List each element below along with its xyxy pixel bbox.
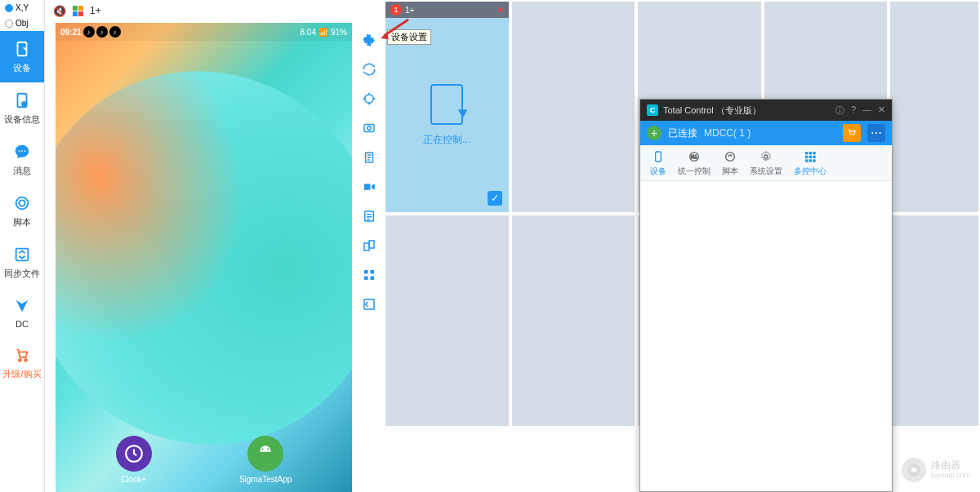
svg-point-6	[24, 150, 26, 152]
svg-point-5	[21, 150, 23, 152]
android-icon	[247, 436, 283, 472]
tc-minimize-button[interactable]: —	[862, 104, 871, 117]
tc-info-button[interactable]: ⓘ	[835, 104, 844, 117]
sidebar-sync-files-label: 同步文件	[4, 268, 40, 280]
app-clock[interactable]: Clock+	[116, 436, 152, 484]
device-icon	[12, 39, 32, 59]
status-right: 8.04 📶 91%	[301, 28, 347, 37]
wifi-icon: 📶	[318, 28, 328, 37]
sidebar-sync-files[interactable]: 同步文件	[0, 237, 44, 288]
tiktok-icon: ♪	[83, 26, 95, 38]
svg-rect-19	[364, 243, 369, 250]
svg-point-7	[16, 197, 29, 210]
tool-column	[357, 23, 381, 492]
svg-rect-37	[805, 159, 808, 162]
clock-icon	[116, 436, 152, 472]
record-button[interactable]	[360, 178, 378, 196]
cart-icon	[12, 345, 32, 365]
tiktok-icon: ♪	[109, 26, 121, 38]
coord-mode-xy[interactable]: X,Y	[0, 0, 44, 16]
screenshot-button[interactable]	[360, 119, 378, 137]
svg-text:i: i	[24, 102, 24, 107]
notes-button[interactable]	[360, 207, 378, 225]
svg-rect-24	[371, 277, 375, 281]
coord-mode-obj[interactable]: Obj	[0, 16, 44, 31]
apps-button[interactable]	[360, 266, 378, 284]
clipboard-button[interactable]	[360, 148, 378, 166]
sync-files-icon	[12, 245, 32, 264]
tc-tab-multi-control-label: 多控中心	[794, 166, 826, 177]
svg-point-4	[18, 150, 20, 152]
tc-device-group[interactable]: MDCC( 1 )	[704, 127, 751, 139]
expand-button[interactable]	[360, 295, 378, 313]
tc-tab-device[interactable]: 设备	[645, 148, 671, 179]
tc-help-button[interactable]: ?	[851, 104, 856, 117]
tc-body	[640, 181, 892, 491]
tc-connected-label: 已连接	[668, 126, 697, 140]
grid-cell-2[interactable]	[512, 2, 635, 212]
coord-obj-label: Obj	[16, 19, 29, 28]
watermark: 路由器 luyouqi.com	[902, 458, 970, 482]
svg-point-13	[267, 449, 269, 450]
cell-selected-check[interactable]: ✓	[488, 191, 502, 206]
svg-point-9	[19, 359, 21, 361]
battery-label: 91%	[331, 28, 347, 37]
phone-mirror[interactable]: 09:21 ♪ ♪ ♪ 8.04 📶 91% Clock+ SigmaTestA…	[56, 23, 352, 492]
sidebar-device-info-label: 设备信息	[4, 113, 40, 126]
grid-cell-7[interactable]	[512, 215, 635, 426]
grid-cell-6[interactable]	[385, 215, 509, 426]
cell-header: 1 1+ ✕	[385, 2, 509, 18]
sidebar-script[interactable]: 脚本	[0, 185, 44, 237]
sidebar-dc[interactable]: DC	[0, 288, 44, 337]
sidebar-upgrade-buy-label: 升级/购买	[2, 368, 41, 380]
sidebar-device[interactable]: 设备	[0, 31, 44, 82]
dc-icon	[12, 296, 32, 316]
status-time: 09:21	[60, 28, 82, 37]
device-icon	[651, 149, 666, 164]
tc-connect-bar: + 已连接 MDCC( 1 ) ⋯	[640, 121, 892, 145]
app-sigma-test[interactable]: SigmaTestApp	[239, 436, 292, 484]
svg-rect-20	[369, 241, 374, 248]
sidebar-device-info[interactable]: i 设备信息	[0, 82, 44, 134]
app-sigma-test-label: SigmaTestApp	[239, 475, 292, 484]
sidebar-messages[interactable]: 消息	[0, 134, 44, 185]
grid-view-icon[interactable]	[73, 6, 83, 16]
tc-tab-script[interactable]: 脚本	[717, 148, 743, 179]
mute-icon[interactable]: 🔇	[53, 5, 66, 17]
wallpaper	[56, 23, 352, 492]
tc-tab-system-settings[interactable]: 系统设置	[745, 148, 787, 179]
tc-tab-unified-label: 统一控制	[678, 166, 710, 177]
tc-more-button[interactable]: ⋯	[867, 124, 885, 142]
tc-add-device-button[interactable]: +	[647, 126, 662, 140]
top-device-label: 1+	[90, 5, 101, 16]
gear-icon	[759, 149, 773, 164]
refresh-button[interactable]	[360, 60, 378, 78]
unified-control-icon: ALL	[687, 149, 702, 164]
cell-status: 正在控制...	[423, 133, 470, 147]
cell-close-button[interactable]: ✕	[497, 6, 504, 15]
target-button[interactable]	[360, 90, 378, 108]
status-version: 8.04	[301, 28, 316, 37]
tc-shop-button[interactable]	[843, 124, 861, 142]
tc-tab-multi-control[interactable]: 多控中心	[789, 148, 831, 179]
svg-rect-36	[813, 155, 815, 157]
svg-rect-39	[813, 159, 815, 162]
grid-cell-5[interactable]	[890, 2, 978, 212]
sidebar-messages-label: 消息	[13, 165, 31, 177]
cell-title: 1+	[405, 6, 414, 15]
grid-cell-10[interactable]	[890, 215, 978, 426]
rotate-button[interactable]	[360, 237, 378, 255]
svg-rect-33	[813, 152, 815, 154]
svg-rect-22	[371, 270, 375, 274]
watermark-title: 路由器	[931, 460, 970, 471]
tc-titlebar[interactable]: C Total Control （专业版） ⓘ ? — ✕	[640, 100, 892, 121]
grid-icon	[803, 149, 817, 164]
settings-button[interactable]	[360, 31, 378, 49]
tc-tabs: 设备 ALL 统一控制 脚本 系统设置 多控中心	[640, 145, 892, 181]
tc-close-button[interactable]: ✕	[878, 104, 885, 117]
sidebar-upgrade-buy[interactable]: 升级/购买	[0, 337, 44, 388]
tiktok-icon: ♪	[96, 26, 108, 38]
radio-obj-icon	[5, 20, 13, 28]
tc-tab-unified[interactable]: ALL 统一控制	[673, 148, 715, 179]
svg-rect-26	[656, 152, 662, 162]
